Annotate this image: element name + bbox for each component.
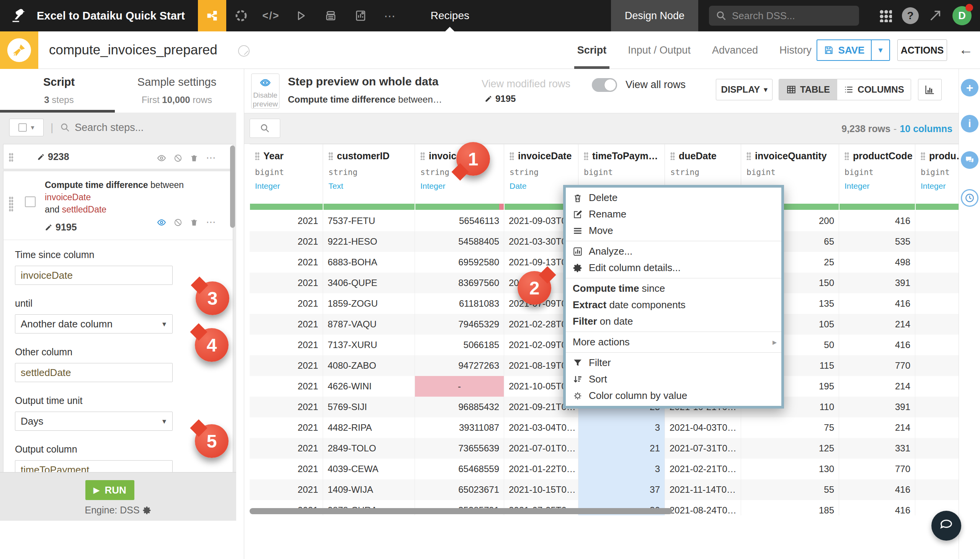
- breadcrumb-recipes[interactable]: Recipes: [431, 0, 469, 31]
- sidebar-scrollbar[interactable]: [230, 146, 235, 228]
- step-checkbox[interactable]: [25, 197, 36, 207]
- view-modified-rows-label[interactable]: View modified rows: [482, 78, 570, 90]
- cell[interactable]: [915, 314, 959, 335]
- column-drag-icon[interactable]: [747, 152, 751, 160]
- cell[interactable]: 2021-04-03T0…: [665, 417, 741, 438]
- sidebar-tab-script[interactable]: Script 3 steps: [0, 69, 118, 112]
- cell[interactable]: 1409-WIJA: [323, 480, 415, 500]
- menu-item-move[interactable]: Move: [566, 222, 781, 239]
- cell[interactable]: 2021-11-14T0…: [665, 480, 741, 500]
- cell[interactable]: 21: [578, 438, 665, 459]
- column-count[interactable]: 10 columns: [900, 123, 952, 134]
- column-header-customerid[interactable]: customerIDstringText: [323, 144, 415, 204]
- column-drag-icon[interactable]: [420, 152, 425, 160]
- cell[interactable]: 2021: [250, 459, 323, 480]
- cell[interactable]: 498: [839, 252, 915, 273]
- dataiku-logo-icon[interactable]: [0, 0, 37, 31]
- cell[interactable]: 185: [741, 500, 839, 515]
- output-time-unit-select[interactable]: Days▾: [15, 412, 173, 431]
- cell[interactable]: 6883-BOHA: [323, 252, 415, 273]
- cell[interactable]: 2021-07-31T0…: [665, 438, 741, 459]
- cell[interactable]: 416: [839, 335, 915, 355]
- rows-view-toggle[interactable]: [592, 78, 617, 92]
- cell[interactable]: 2021: [250, 293, 323, 314]
- cell[interactable]: 416: [839, 210, 915, 231]
- tab-history[interactable]: History: [779, 31, 811, 69]
- timeline-button[interactable]: [961, 189, 978, 207]
- cell[interactable]: 125: [741, 438, 839, 459]
- project-title[interactable]: Excel to Dataiku Quick Start: [37, 10, 185, 22]
- menu-item-filter-on-date[interactable]: Filter on date: [566, 313, 781, 330]
- disable-step-icon[interactable]: [174, 154, 182, 162]
- cell[interactable]: 130: [741, 459, 839, 480]
- table-search-button[interactable]: [250, 119, 280, 138]
- tab-input-output[interactable]: Input / Output: [628, 31, 691, 69]
- cell[interactable]: [915, 210, 959, 231]
- menu-item-sort[interactable]: Sort: [566, 371, 781, 387]
- cell[interactable]: 391: [839, 273, 915, 293]
- table-view-button[interactable]: TABLE: [779, 79, 837, 100]
- cell[interactable]: 2021-01-22T0…: [504, 459, 578, 480]
- charts-view-button[interactable]: [918, 79, 942, 100]
- add-button[interactable]: +: [961, 79, 978, 96]
- cell[interactable]: 61181083: [415, 293, 504, 314]
- cell[interactable]: 39311087: [415, 417, 504, 438]
- cell[interactable]: [915, 252, 959, 273]
- jobs-icon[interactable]: [286, 0, 316, 31]
- cell[interactable]: 2021: [250, 252, 323, 273]
- columns-view-button[interactable]: COLUMNS: [837, 79, 911, 100]
- cell[interactable]: 214: [839, 314, 915, 335]
- delete-step-icon[interactable]: [190, 218, 198, 227]
- cell[interactable]: 2021: [250, 335, 323, 355]
- column-drag-icon[interactable]: [670, 152, 675, 160]
- disable-step-icon[interactable]: [174, 218, 182, 227]
- search-steps-input[interactable]: [74, 122, 197, 134]
- menu-item-more-actions[interactable]: More actions▸: [566, 334, 781, 350]
- menu-item-filter[interactable]: Filter: [566, 354, 781, 371]
- cell[interactable]: 535: [839, 231, 915, 252]
- cell[interactable]: 69592580: [415, 252, 504, 273]
- lab-icon[interactable]: [226, 0, 256, 31]
- step-item-previous[interactable]: 9238 ⋯: [3, 144, 233, 169]
- cell[interactable]: 2021-07-01T0…: [504, 438, 578, 459]
- global-search-input[interactable]: [732, 10, 847, 22]
- column-header-produ[interactable]: produ…bigintInteger: [915, 144, 959, 204]
- engine-settings-gear-icon[interactable]: [142, 506, 152, 515]
- select-steps-dropdown[interactable]: ▾: [9, 119, 44, 136]
- discussions-button[interactable]: [961, 151, 978, 169]
- flow-icon[interactable]: [198, 0, 226, 31]
- column-drag-icon[interactable]: [509, 152, 514, 160]
- cell[interactable]: 3406-QUPE: [323, 273, 415, 293]
- info-button[interactable]: i: [961, 115, 978, 132]
- preview-eye-icon[interactable]: [157, 218, 166, 227]
- cell[interactable]: 2021: [250, 355, 323, 376]
- cell[interactable]: 75: [741, 417, 839, 438]
- cell[interactable]: 331: [839, 438, 915, 459]
- cell[interactable]: [915, 355, 959, 376]
- view-all-rows-label[interactable]: View all rows: [626, 79, 686, 91]
- until-select[interactable]: Another date column▾: [15, 314, 173, 334]
- cell[interactable]: 770: [839, 459, 915, 480]
- cell[interactable]: 3: [578, 459, 665, 480]
- cell[interactable]: 4482-RIPA: [323, 417, 415, 438]
- cell[interactable]: [915, 480, 959, 500]
- cell[interactable]: 3: [578, 417, 665, 438]
- tab-script[interactable]: Script: [577, 31, 607, 69]
- select-all-checkbox[interactable]: [18, 123, 27, 132]
- column-drag-icon[interactable]: [584, 152, 588, 160]
- cell[interactable]: 9221-HESO: [323, 231, 415, 252]
- apps-grid-icon[interactable]: [879, 9, 892, 22]
- cell[interactable]: [915, 397, 959, 417]
- cell[interactable]: 391: [839, 397, 915, 417]
- horizontal-scrollbar[interactable]: [250, 508, 672, 514]
- cell[interactable]: 2021: [250, 376, 323, 397]
- cell[interactable]: 7537-FETU: [323, 210, 415, 231]
- preview-eye-icon[interactable]: [157, 154, 166, 163]
- cell[interactable]: 770: [839, 355, 915, 376]
- actions-button[interactable]: ACTIONS: [897, 40, 947, 61]
- cell[interactable]: 2021: [250, 210, 323, 231]
- column-header-year[interactable]: YearbigintInteger: [250, 144, 323, 204]
- menu-item-analyze[interactable]: Analyze...: [566, 243, 781, 260]
- cell[interactable]: 4080-ZABO: [323, 355, 415, 376]
- catalog-icon[interactable]: [316, 0, 346, 31]
